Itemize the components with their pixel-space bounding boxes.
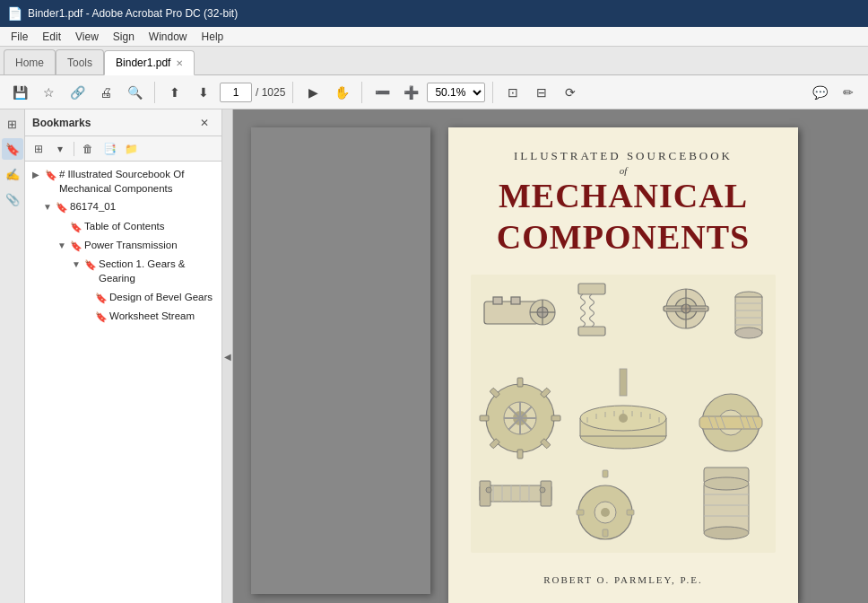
svg-rect-29	[551, 415, 560, 421]
bookmark-toc[interactable]: 🔖 Table of Contents	[25, 217, 221, 236]
bookmarks-list: ▶ 🔖 # Illustrated Sourcebook Of Mechanic…	[25, 162, 221, 603]
bookmark-section1-label: Section 1. Gears & Gearing	[99, 257, 218, 285]
bookmark-bevel[interactable]: 🔖 Design of Bevel Gears	[25, 288, 221, 307]
svg-rect-8	[578, 284, 605, 294]
main-area: ⊞ 🔖 ✍ 📎 Bookmarks ✕ ⊞ ▾ 🗑 📑 📁 ▶ 🔖 # Illu…	[0, 109, 868, 603]
bookmark-worksheet[interactable]: 🔖 Worksheet Stream	[25, 307, 221, 326]
svg-rect-76	[577, 510, 584, 515]
save-button[interactable]: 💾	[7, 80, 32, 105]
svg-rect-3	[511, 297, 520, 304]
toolbar-sep-1	[154, 82, 155, 103]
bookmarks-toolbar: ⊞ ▾ 🗑 📑 📁	[25, 136, 221, 162]
menu-bar: File Edit View Sign Window Help	[0, 27, 868, 47]
page-up-button[interactable]: ⬆	[162, 80, 187, 105]
bookmark-toc-label: Table of Contents	[84, 219, 218, 233]
tab-bar: Home Tools Binder1.pdf ✕	[0, 47, 868, 75]
page-down-button[interactable]: ⬇	[191, 80, 216, 105]
tab-home[interactable]: Home	[4, 49, 56, 74]
collapse-arrow-icon: ◀	[224, 352, 231, 362]
bookmark-86174-icon: 🔖	[56, 201, 68, 214]
svg-point-81	[704, 527, 749, 539]
bookmarks-panel: Bookmarks ✕ ⊞ ▾ 🗑 📑 📁 ▶ 🔖 # Illustrated …	[25, 109, 222, 603]
pdf-blank-page	[251, 127, 430, 594]
pdf-title-of: of	[620, 165, 628, 176]
toolbar-sep-3	[361, 82, 362, 103]
bookmark-worksheet-toggle	[82, 310, 95, 323]
bookmarks-close-button[interactable]: ✕	[195, 113, 214, 133]
bookmark-worksheet-icon: 🔖	[95, 310, 108, 324]
bookmark-power-toggle: ▼	[57, 240, 70, 252]
tab-home-label: Home	[15, 57, 44, 69]
search-button[interactable]: 🔍	[122, 80, 147, 105]
pdf-area[interactable]: ILLUSTRATED SOURCEBOOK of MECHANICAL COM…	[233, 109, 868, 603]
bookmark-power-icon: 🔖	[70, 240, 82, 253]
svg-point-69	[486, 487, 491, 493]
svg-point-80	[704, 477, 749, 490]
menu-view[interactable]: View	[68, 29, 106, 45]
print-button[interactable]: 🖨	[93, 80, 118, 105]
zoom-out-button[interactable]: ➖	[369, 80, 395, 105]
svg-rect-62	[480, 481, 490, 506]
title-bar: 📄 Binder1.pdf - Adobe Acrobat Pro DC (32…	[0, 0, 868, 27]
bookmarks-panel-btn[interactable]: 🔖	[2, 138, 23, 160]
menu-file[interactable]: File	[4, 29, 35, 45]
sign-button[interactable]: ✏	[836, 80, 861, 105]
bookmark-section1-icon: 🔖	[84, 258, 97, 272]
share-button[interactable]: 🔗	[65, 80, 90, 105]
hand-tool[interactable]: ✋	[329, 80, 354, 105]
pdf-page: ILLUSTRATED SOURCEBOOK of MECHANICAL COM…	[448, 127, 798, 603]
zoom-select[interactable]: 25% 33% 50.1% 75% 100% 150% 200%	[427, 83, 485, 102]
expand-options-button[interactable]: ⊞	[29, 139, 48, 159]
toolbar-sep-4	[492, 82, 493, 103]
options-arrow-button[interactable]: ▾	[50, 139, 70, 159]
bookmark-bevel-label: Design of Bevel Gears	[109, 290, 218, 304]
tab-close-icon[interactable]: ✕	[176, 58, 183, 68]
signature-panel-btn[interactable]: ✍	[2, 163, 23, 185]
zoom-in-button[interactable]: ➕	[398, 80, 423, 105]
svg-rect-77	[627, 510, 634, 515]
pages-panel-btn[interactable]: ⊞	[2, 113, 23, 135]
rotate-button[interactable]: ⟳	[558, 80, 583, 105]
bookmark-toc-icon: 🔖	[70, 221, 82, 234]
tab-binder-label: Binder1.pdf	[116, 57, 170, 69]
svg-rect-9	[578, 327, 605, 336]
toolbar-sep-2	[292, 82, 293, 103]
bookmark-power-label: Power Transmission	[84, 238, 218, 252]
bookmark-root-label: # Illustrated Sourcebook Of Mechanical C…	[59, 167, 218, 196]
bookmark-section1[interactable]: ▼ 🔖 Section 1. Gears & Gearing	[25, 255, 221, 287]
title-bar-text: Binder1.pdf - Adobe Acrobat Pro DC (32-b…	[28, 7, 238, 20]
app-icon: 📄	[7, 6, 22, 21]
page-input[interactable]	[220, 83, 252, 102]
svg-rect-63	[541, 481, 551, 506]
menu-window[interactable]: Window	[142, 29, 195, 45]
fit-width-button[interactable]: ⊟	[529, 80, 554, 105]
tab-binder[interactable]: Binder1.pdf ✕	[104, 50, 195, 75]
delete-bookmark-button[interactable]: 🗑	[78, 139, 98, 159]
bookmark-root-icon: 🔖	[45, 169, 57, 182]
bookmark-86174[interactable]: ▼ 🔖 86174_01	[25, 197, 221, 216]
panel-collapse-handle[interactable]: ◀	[222, 109, 233, 603]
tab-tools-label: Tools	[67, 57, 92, 69]
bookmark-root[interactable]: ▶ 🔖 # Illustrated Sourcebook Of Mechanic…	[25, 165, 221, 197]
menu-edit[interactable]: Edit	[35, 29, 68, 45]
menu-help[interactable]: Help	[195, 29, 231, 45]
svg-rect-79	[704, 484, 749, 533]
new-folder-button[interactable]: 📁	[121, 139, 141, 159]
svg-point-73	[601, 508, 610, 517]
attachments-panel-btn[interactable]: 📎	[2, 188, 23, 210]
svg-point-70	[540, 487, 545, 493]
sidebar-icons: ⊞ 🔖 ✍ 📎	[0, 109, 25, 603]
bookmark-power[interactable]: ▼ 🔖 Power Transmission	[25, 236, 221, 255]
menu-sign[interactable]: Sign	[106, 29, 142, 45]
svg-point-49	[619, 414, 628, 423]
bookmark-86174-label: 86174_01	[70, 199, 218, 214]
new-bookmark-button[interactable]: 📑	[100, 139, 119, 159]
fit-page-button[interactable]: ⊡	[500, 80, 525, 105]
comment-button[interactable]: 💬	[807, 80, 832, 105]
cursor-tool[interactable]: ▶	[300, 80, 326, 105]
tab-tools[interactable]: Tools	[56, 49, 104, 74]
svg-rect-28	[480, 415, 489, 421]
bookmark-button[interactable]: ☆	[36, 80, 61, 105]
bookmark-toc-toggle	[57, 221, 70, 233]
pdf-illustration	[466, 260, 780, 567]
